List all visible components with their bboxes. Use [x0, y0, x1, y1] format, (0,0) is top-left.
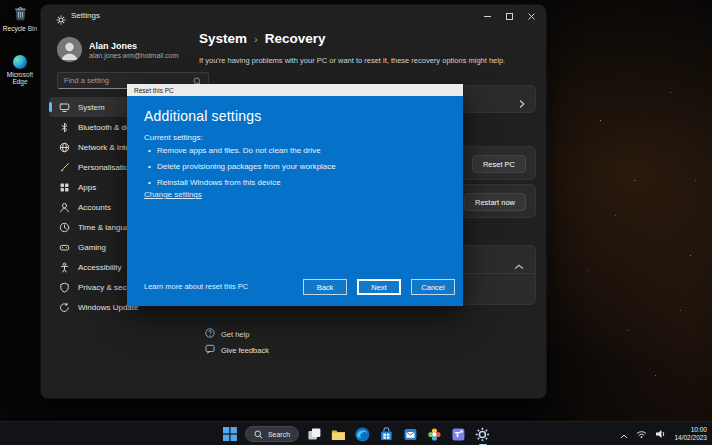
- sidebar-item-label: Accounts: [78, 203, 111, 212]
- settings-gear-icon: [56, 11, 66, 29]
- back-button[interactable]: Back: [303, 279, 347, 295]
- apps-icon: [59, 182, 70, 193]
- file-explorer-button[interactable]: [330, 426, 347, 443]
- photos-button[interactable]: [426, 426, 443, 443]
- start-button[interactable]: [221, 426, 238, 443]
- dialog-heading: Additional settings: [144, 108, 261, 124]
- clock[interactable]: 10:00 14/02/2023: [674, 426, 707, 442]
- edge-button[interactable]: [354, 426, 371, 443]
- network-icon[interactable]: [636, 425, 647, 443]
- cancel-button[interactable]: Cancel: [411, 279, 455, 295]
- dialog-titlebar[interactable]: Reset this PC: [127, 84, 463, 96]
- close-button[interactable]: [520, 6, 542, 26]
- desktop-sparkles: [600, 120, 601, 121]
- sidebar-item-label: Gaming: [78, 243, 106, 252]
- desktop-icon-label: Microsoft Edge: [0, 71, 40, 85]
- desktop-icon-label: Recycle Bin: [3, 25, 37, 32]
- window-title: Settings: [71, 11, 100, 20]
- accounts-icon: [59, 202, 70, 213]
- edge-icon: [355, 427, 370, 442]
- desktop-icon-edge[interactable]: Microsoft Edge: [0, 55, 40, 85]
- file-explorer-icon: [331, 428, 346, 441]
- windows-update-icon: [59, 302, 70, 313]
- current-settings-label: Current settings:: [144, 133, 203, 142]
- search-icon: [254, 430, 263, 439]
- settings-app-button[interactable]: [474, 426, 491, 443]
- breadcrumb: System › Recovery: [199, 31, 326, 46]
- current-settings-list: Remove apps and files. Do not clean the …: [148, 146, 336, 194]
- store-button[interactable]: [378, 426, 395, 443]
- setting-item: Delete provisioning packages from your w…: [148, 162, 336, 171]
- next-button[interactable]: Next: [357, 279, 401, 295]
- clock-date: 14/02/2023: [674, 434, 707, 442]
- windows-logo-icon: [222, 427, 236, 441]
- edge-icon: [13, 55, 27, 69]
- change-settings-link[interactable]: Change settings: [144, 190, 202, 199]
- user-name: Alan Jones: [89, 41, 137, 51]
- desktop-icon-recycle-bin[interactable]: Recycle Bin: [0, 5, 40, 32]
- taskbar-search[interactable]: Search: [245, 426, 299, 442]
- setting-item: Remove apps and files. Do not clean the …: [148, 146, 336, 155]
- taskbar-search-label: Search: [268, 431, 290, 438]
- teams-button[interactable]: [450, 426, 467, 443]
- system-icon: [59, 102, 70, 113]
- give-feedback-label: Give feedback: [221, 346, 269, 355]
- chevron-right-icon: [519, 95, 525, 113]
- time-language-icon: [59, 222, 70, 233]
- chevron-up-icon: [514, 256, 524, 274]
- teams-icon: [451, 427, 466, 442]
- page-description: If you're having problems with your PC o…: [199, 56, 533, 65]
- tray-expand-button[interactable]: [620, 425, 628, 443]
- volume-icon[interactable]: [655, 425, 666, 443]
- sidebar-item-label: Accessibility: [78, 263, 122, 272]
- gaming-icon: [59, 242, 70, 253]
- avatar[interactable]: [57, 37, 82, 62]
- bluetooth-icon: [59, 122, 70, 133]
- help-icon: [205, 328, 215, 340]
- sidebar-item-label: Apps: [78, 183, 96, 192]
- reset-this-pc-dialog: Reset this PC Additional settings Curren…: [127, 84, 463, 306]
- clock-time: 10:00: [674, 426, 707, 434]
- dialog-title: Reset this PC: [134, 87, 174, 94]
- task-view-button[interactable]: [306, 426, 323, 443]
- photos-icon: [427, 427, 442, 442]
- get-help-link[interactable]: Get help: [205, 328, 249, 340]
- feedback-icon: [205, 344, 215, 356]
- taskbar: Search 10:00 14/02/2: [0, 421, 712, 445]
- sidebar-item-label: Personalisation: [78, 163, 133, 172]
- privacy-security-icon: [59, 282, 70, 293]
- maximize-button[interactable]: [498, 6, 520, 26]
- setting-item: Reinstall Windows from this device: [148, 178, 336, 187]
- reset-pc-button[interactable]: Reset PC: [472, 155, 526, 173]
- dialog-body: Additional settings Current settings: Re…: [127, 96, 463, 306]
- mail-button[interactable]: [402, 426, 419, 443]
- recycle-bin-icon: [12, 5, 29, 23]
- page-title: Recovery: [265, 31, 326, 46]
- network-icon: [59, 142, 70, 153]
- personalisation-icon: [59, 162, 70, 173]
- get-help-label: Get help: [221, 330, 249, 339]
- breadcrumb-system[interactable]: System: [199, 31, 247, 46]
- settings-gear-icon: [475, 427, 490, 442]
- learn-more-link[interactable]: Learn more about reset this PC: [144, 282, 248, 291]
- mail-icon: [403, 427, 418, 442]
- sidebar-item-label: System: [78, 103, 105, 112]
- breadcrumb-separator: ›: [254, 33, 258, 45]
- restart-now-button[interactable]: Restart now: [464, 193, 526, 211]
- store-icon: [379, 427, 394, 442]
- user-email: alan.jones.wm@hotmail.com: [89, 52, 179, 59]
- accessibility-icon: [59, 262, 70, 273]
- give-feedback-link[interactable]: Give feedback: [205, 344, 269, 356]
- minimize-button[interactable]: [476, 6, 498, 26]
- task-view-icon: [307, 427, 322, 442]
